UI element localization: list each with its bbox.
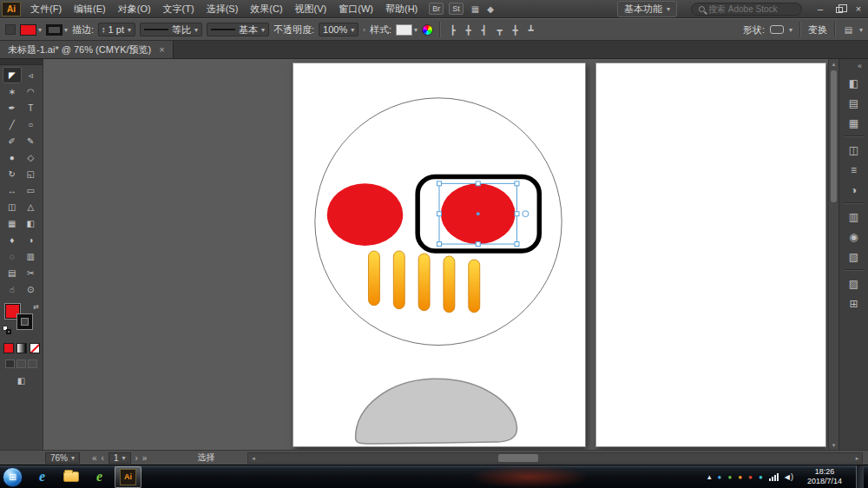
last-artboard-button[interactable]: »: [142, 453, 148, 463]
first-artboard-button[interactable]: «: [92, 453, 97, 463]
network-icon[interactable]: [769, 472, 779, 481]
tray-icon[interactable]: ●: [759, 466, 763, 488]
artboard-tool[interactable]: ▤: [3, 265, 22, 281]
taskbar-explorer-icon[interactable]: [57, 466, 84, 488]
width-tool[interactable]: ↔: [3, 182, 22, 199]
stroke-color-well[interactable]: ▾: [46, 24, 68, 36]
stock-button[interactable]: St: [449, 3, 464, 15]
rotate-tool[interactable]: ↻: [3, 166, 22, 182]
eraser-tool[interactable]: ◇: [22, 149, 41, 166]
taskbar-illustrator-icon[interactable]: Ai: [115, 466, 141, 488]
eyedropper-tool[interactable]: ♦: [3, 232, 22, 248]
slice-tool[interactable]: ✂: [22, 265, 41, 281]
tray-icon[interactable]: ●: [718, 466, 722, 488]
graphic-styles-panel-icon[interactable]: ▥: [844, 208, 865, 226]
layers-panel-icon[interactable]: ▧: [844, 247, 865, 266]
hidden-icons-button[interactable]: ▴: [707, 466, 712, 488]
scroll-right-icon[interactable]: ▸: [852, 453, 862, 463]
menu-select[interactable]: 选择(S): [201, 0, 245, 18]
zoom-tool[interactable]: ⊙: [22, 281, 41, 298]
canvas-area[interactable]: [43, 59, 828, 450]
menu-file[interactable]: 文件(F): [24, 0, 68, 18]
free-transform-tool[interactable]: ▭: [22, 182, 41, 199]
panel-menu-icon[interactable]: ▤: [843, 25, 854, 35]
restore-button[interactable]: [830, 0, 849, 18]
gray-blob[interactable]: [356, 379, 517, 444]
align-right-icon[interactable]: ┫: [478, 25, 490, 35]
shape-options-icon[interactable]: [770, 25, 784, 34]
horizontal-scrollbar[interactable]: ◂ ▸: [247, 452, 863, 464]
draw-behind-button[interactable]: [16, 359, 26, 368]
scroll-up-icon[interactable]: ▴: [829, 59, 838, 69]
menu-object[interactable]: 对象(O): [112, 0, 157, 18]
artboard-number-dropdown[interactable]: 1 ▾: [108, 452, 131, 464]
start-button[interactable]: ⊞: [3, 467, 23, 487]
bridge-button[interactable]: Br: [429, 3, 444, 15]
red-ellipse-left[interactable]: [327, 183, 403, 246]
paintbrush-tool[interactable]: ✐: [3, 133, 22, 149]
show-desktop-button[interactable]: [856, 465, 864, 488]
symbol-sprayer-tool[interactable]: ◌: [3, 248, 22, 265]
menu-type[interactable]: 文字(T): [157, 0, 201, 18]
transparency-panel-icon[interactable]: ◑: [844, 181, 865, 199]
menu-effect[interactable]: 效果(C): [244, 0, 288, 18]
direct-selection-tool[interactable]: ◃: [22, 67, 41, 83]
tab-close-icon[interactable]: ×: [159, 44, 164, 55]
align-top-icon[interactable]: ┳: [494, 25, 505, 35]
stroke-weight-field[interactable]: ▴▾ 1 pt ▾: [98, 23, 135, 36]
taskbar-ie-icon[interactable]: e: [29, 466, 56, 488]
gradient-bar-3[interactable]: [418, 254, 430, 311]
default-fill-stroke-icon[interactable]: [3, 326, 13, 336]
width-profile-dropdown[interactable]: 等比 ▾: [140, 23, 202, 36]
vertical-scrollbar-thumb[interactable]: [831, 70, 837, 202]
scroll-down-icon[interactable]: ▾: [829, 440, 838, 450]
next-artboard-button[interactable]: ›: [135, 453, 138, 463]
align-left-icon[interactable]: ┣: [447, 25, 458, 35]
taskbar-browser-icon[interactable]: e: [86, 466, 113, 488]
blob-brush-tool[interactable]: ●: [3, 149, 22, 166]
align-middle-icon[interactable]: ╋: [510, 25, 521, 35]
horizontal-scrollbar-thumb[interactable]: [498, 454, 538, 462]
taskbar-clock[interactable]: 18:26 2018/7/14: [799, 467, 850, 486]
gradient-tool[interactable]: ◧: [22, 215, 41, 232]
tray-icon[interactable]: ●: [738, 466, 742, 488]
swatches-panel-icon[interactable]: ▤: [844, 94, 865, 112]
tray-icon[interactable]: ●: [727, 466, 732, 488]
gradient-button[interactable]: [16, 343, 27, 353]
pen-tool[interactable]: ✒: [3, 100, 22, 116]
draw-inside-button[interactable]: [28, 359, 37, 368]
fill-color-well[interactable]: ▾: [20, 24, 42, 36]
line-segment-tool[interactable]: ╱: [3, 116, 22, 133]
lasso-tool[interactable]: ◠: [22, 83, 41, 100]
swap-fill-stroke-icon[interactable]: ⇄: [33, 303, 39, 311]
menu-window[interactable]: 窗口(W): [332, 0, 379, 18]
cs-services-icon[interactable]: ◆: [487, 4, 494, 14]
ellipse-tool[interactable]: ○: [22, 116, 41, 133]
perspective-grid-tool[interactable]: △: [22, 199, 41, 215]
stroke-panel-icon[interactable]: ≡: [844, 161, 865, 179]
align-center-icon[interactable]: ╋: [463, 25, 474, 35]
previous-artboard-button[interactable]: ‹: [102, 453, 104, 463]
navigator-panel-icon[interactable]: ⊞: [844, 294, 865, 313]
selection-tool[interactable]: ◤: [3, 67, 22, 83]
none-button[interactable]: [30, 343, 40, 353]
tray-icon[interactable]: ●: [748, 466, 753, 488]
shape-builder-tool[interactable]: ◫: [3, 199, 22, 215]
column-graph-tool[interactable]: ▥: [22, 248, 41, 265]
brush-definition-dropdown[interactable]: 基本 ▾: [207, 23, 269, 36]
volume-icon[interactable]: ◀: [785, 472, 793, 481]
tools-panel-header[interactable]: [0, 59, 43, 65]
opacity-panel-chevron-icon[interactable]: ›: [363, 26, 365, 34]
hand-tool[interactable]: ☝: [3, 281, 22, 298]
pencil-tool[interactable]: ✎: [22, 133, 41, 149]
mesh-tool[interactable]: ▦: [3, 215, 22, 232]
artboard-canvas[interactable]: [293, 63, 585, 446]
gradient-bar-5[interactable]: [469, 260, 480, 313]
scale-tool[interactable]: ◱: [22, 166, 41, 182]
expand-panels-icon[interactable]: «: [852, 61, 868, 73]
scroll-left-icon[interactable]: ◂: [248, 453, 258, 463]
arrange-documents-icon[interactable]: ▦: [471, 4, 479, 14]
gradient-bar-1[interactable]: [368, 251, 379, 306]
transform-label[interactable]: 变换: [808, 23, 827, 36]
recolor-artwork-icon[interactable]: [422, 24, 433, 36]
